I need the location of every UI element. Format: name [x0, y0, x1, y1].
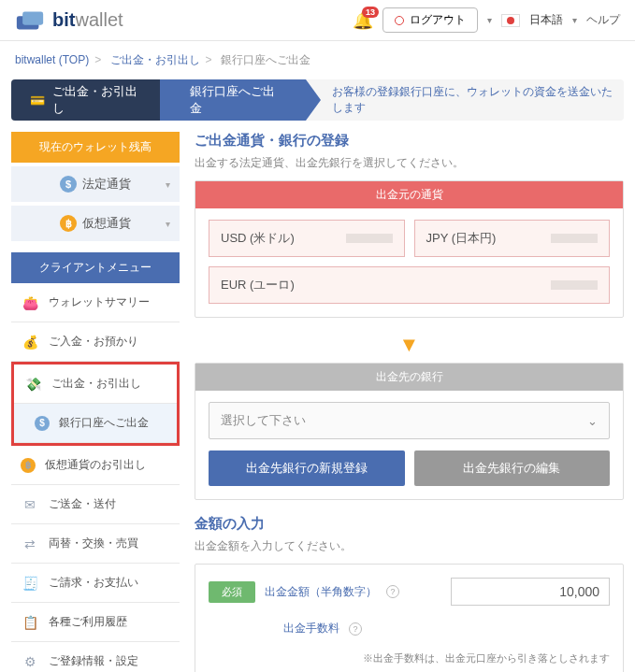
- currency-label: USD (米ドル): [221, 230, 295, 247]
- balance-placeholder: [346, 234, 393, 243]
- main-content: ご出金通貨・銀行の登録 出金する法定通貨、出金先銀行を選択してください。 出金元…: [195, 132, 624, 672]
- banner-blue-label: 銀行口座へご出金: [190, 83, 281, 117]
- currency-eur[interactable]: EUR (ユーロ): [209, 266, 610, 304]
- help-icon[interactable]: ?: [386, 585, 399, 598]
- bitcoin-icon: ฿: [21, 458, 36, 473]
- sidebar-item-withdraw[interactable]: 💸ご出金・お引出し: [14, 365, 177, 404]
- deposit-icon: 💰: [21, 335, 39, 350]
- breadcrumb-l1[interactable]: ご出金・お引出し: [110, 53, 200, 66]
- banner-section-dark: 💳 ご出金・お引出し: [11, 79, 160, 121]
- chevron-down-icon[interactable]: ▾: [487, 15, 492, 25]
- exchange-icon: ⇄: [21, 536, 39, 551]
- fee-row: 出金手数料 ?: [209, 621, 610, 636]
- bitcoin-icon: ฿: [60, 215, 77, 232]
- withdraw-icon: 💸: [23, 377, 42, 392]
- dollar-icon: $: [60, 176, 77, 193]
- balance-title: 現在のウォレット残高: [11, 132, 180, 163]
- sidebar-item-label: ご入金・お預かり: [49, 334, 138, 350]
- sidebar-item-label: ウォレットサマリー: [49, 294, 150, 310]
- sidebar-item-exchange[interactable]: ⇄両替・交換・売買: [11, 524, 180, 564]
- amount-row: 必須 出金金額（半角数字） ?: [209, 578, 610, 606]
- chevron-down-icon: ▾: [166, 219, 170, 229]
- fiat-label: 法定通貨: [82, 176, 131, 193]
- sidebar-item-deposit[interactable]: 💰ご入金・お預かり: [11, 322, 180, 362]
- currency-label: EUR (ユーロ): [221, 277, 295, 293]
- dollar-icon: $: [35, 416, 50, 431]
- register-bank-button[interactable]: 出金先銀行の新規登録: [209, 450, 405, 486]
- sidebar-item-send[interactable]: ✉ご送金・送付: [11, 485, 180, 524]
- sidebar-item-label: 仮想通貨のお引出し: [45, 457, 146, 473]
- logo-icon: [15, 10, 45, 31]
- chevron-down-icon: ▾: [166, 179, 170, 190]
- sidebar-item-invoice[interactable]: 🧾ご請求・お支払い: [11, 564, 180, 603]
- gear-icon: ⚙: [21, 654, 39, 669]
- breadcrumb-top[interactable]: bitwallet (TOP): [15, 53, 89, 66]
- sidebar-item-history[interactable]: 📋各種ご利用履歴: [11, 603, 180, 642]
- sidebar-item-label: ご送金・送付: [49, 496, 116, 512]
- amount-input[interactable]: [451, 578, 610, 606]
- sidebar-item-settings[interactable]: ⚙ご登録情報・設定: [11, 642, 180, 672]
- chevron-down-icon[interactable]: ▾: [572, 15, 577, 25]
- sidebar-item-label: ご登録情報・設定: [49, 653, 138, 669]
- highlighted-section: 💸ご出金・お引出し $銀行口座へご出金: [11, 362, 180, 446]
- fee-note: ※出金手数料は、出金元口座から引き落としされます: [209, 651, 610, 665]
- source-currency-header: 出金元の通貨: [195, 181, 623, 208]
- sidebar-item-summary[interactable]: 👛ウォレットサマリー: [11, 283, 180, 322]
- banner-dark-label: ご出金・お引出し: [52, 83, 141, 117]
- currency-label: JPY (日本円): [426, 230, 497, 247]
- help-icon[interactable]: ?: [349, 622, 362, 636]
- logout-label: ログアウト: [410, 12, 466, 28]
- logo-text: bitwallet: [52, 9, 123, 31]
- sidebar-crypto[interactable]: ฿ 仮想通貨 ▾: [11, 206, 180, 241]
- sidebar-fiat[interactable]: $ 法定通貨 ▾: [11, 166, 180, 202]
- sidebar-item-label: ご請求・お支払い: [49, 575, 138, 591]
- client-menu-title: クライアントメニュー: [11, 252, 180, 283]
- sidebar-item-label: 両替・交換・売買: [49, 536, 138, 551]
- sidebar-item-withdraw-bank[interactable]: $銀行口座へご出金: [14, 404, 177, 443]
- section2-sub: 出金金額を入力してください。: [195, 538, 624, 554]
- header-right: 🔔13 ログアウト ▾ 日本語 ▾ ヘルプ: [353, 7, 620, 33]
- amount-panel: 必須 出金金額（半角数字） ? 出金手数料 ? ※出金手数料は、出金元口座から引…: [195, 564, 624, 672]
- sidebar-item-label: ご出金・お引出し: [51, 376, 141, 392]
- currency-usd[interactable]: USD (米ドル): [209, 220, 405, 257]
- balance-placeholder: [551, 280, 598, 290]
- notification-bell-icon[interactable]: 🔔13: [353, 10, 373, 31]
- invoice-icon: 🧾: [21, 576, 39, 591]
- arrow-down-icon: ▼: [195, 333, 624, 357]
- select-placeholder: 選択して下さい: [221, 412, 306, 429]
- logo[interactable]: bitwallet: [15, 9, 123, 31]
- source-currency-panel: 出金元の通貨 USD (米ドル) JPY (日本円) EUR (ユーロ): [195, 180, 624, 318]
- wallet-icon: 👛: [21, 295, 39, 310]
- flag-jp-icon[interactable]: [501, 14, 520, 27]
- page-banner: 💳 ご出金・お引出し 銀行口座へご出金 お客様の登録銀行口座に、ウォレットの資金…: [11, 79, 624, 121]
- balance-placeholder: [551, 234, 598, 243]
- sidebar-item-label: 各種ご利用履歴: [49, 614, 127, 630]
- breadcrumb: bitwallet (TOP)> ご出金・お引出し> 銀行口座へご出金: [0, 41, 635, 79]
- section1-sub: 出金する法定通貨、出金先銀行を選択してください。: [195, 155, 624, 171]
- bank-select[interactable]: 選択して下さい ⌄: [209, 402, 610, 439]
- breadcrumb-l2: 銀行口座へご出金: [221, 53, 310, 66]
- header: bitwallet 🔔13 ログアウト ▾ 日本語 ▾ ヘルプ: [0, 0, 635, 41]
- dest-bank-panel: 出金先の銀行 選択して下さい ⌄ 出金先銀行の新規登録 出金先銀行の編集: [195, 363, 624, 500]
- help-link[interactable]: ヘルプ: [586, 12, 620, 28]
- edit-bank-button[interactable]: 出金先銀行の編集: [414, 450, 611, 486]
- crypto-label: 仮想通貨: [82, 215, 131, 232]
- wallet-out-icon: 💳: [30, 93, 45, 107]
- currency-jpy[interactable]: JPY (日本円): [414, 220, 611, 257]
- logout-button[interactable]: ログアウト: [382, 7, 478, 33]
- fee-label: 出金手数料: [283, 621, 339, 636]
- required-badge: 必須: [209, 581, 255, 603]
- notif-badge: 13: [362, 7, 379, 18]
- sidebar-item-withdraw-crypto[interactable]: ฿仮想通貨のお引出し: [11, 446, 180, 485]
- send-icon: ✉: [21, 497, 39, 512]
- lang-label[interactable]: 日本語: [529, 12, 563, 28]
- section1-title: ご出金通貨・銀行の登録: [195, 132, 624, 150]
- section2-title: 金額の入力: [195, 515, 624, 533]
- sidebar-item-label: 銀行口座へご出金: [59, 415, 149, 431]
- sidebar: 現在のウォレット残高 $ 法定通貨 ▾ ฿ 仮想通貨 ▾ クライアントメニュー …: [11, 132, 180, 672]
- dest-bank-header: 出金先の銀行: [195, 364, 623, 391]
- amount-label: 出金金額（半角数字）: [265, 584, 377, 600]
- svg-rect-1: [22, 11, 43, 24]
- banner-description: お客様の登録銀行口座に、ウォレットの資金を送金いたします: [306, 84, 624, 116]
- history-icon: 📋: [21, 615, 39, 630]
